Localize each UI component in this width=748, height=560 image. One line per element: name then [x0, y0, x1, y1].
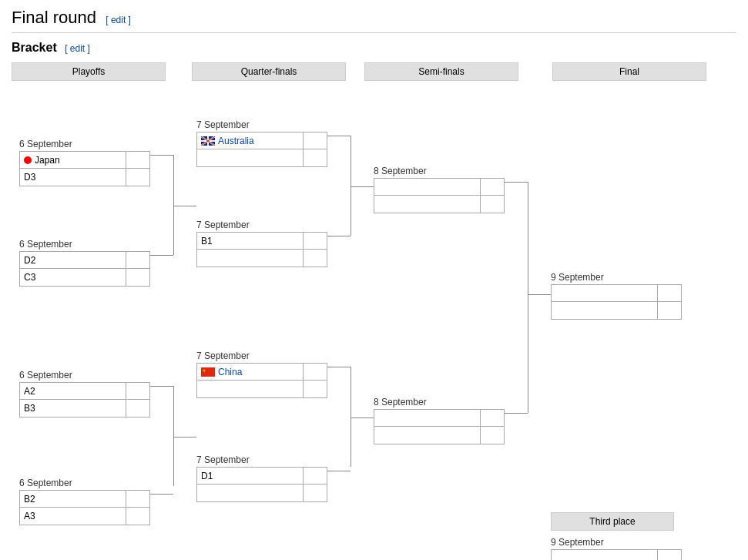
playoff-match-2: 6 September D2 C3 — [19, 239, 150, 287]
qf-match-2: 7 September B1 — [196, 220, 327, 267]
page-title-edit[interactable]: [ edit ] — [106, 15, 131, 25]
bracket-area: 6 September Japan D3 6 September D2 C3 — [12, 96, 743, 560]
australia-flag — [201, 136, 215, 146]
qf-match-4: 7 September D1 — [196, 454, 327, 502]
round-header-playoffs: Playoffs — [12, 62, 166, 81]
svg-rect-7 — [201, 367, 215, 377]
playoff-match-1: 6 September Japan D3 — [19, 139, 150, 186]
final-match: 9 September — [551, 272, 682, 320]
sf-match-2: 8 September — [374, 397, 505, 444]
page-title: Final round [ edit ] — [12, 8, 736, 33]
china-flag — [201, 367, 215, 377]
third-place-match: 9 September — [551, 537, 682, 560]
round-header-final: Final — [552, 62, 706, 81]
third-place-section: Third place — [551, 512, 674, 531]
round-header-semifinals: Semi-finals — [364, 62, 518, 81]
bracket-title: Bracket [ edit ] — [12, 41, 736, 55]
qf-match-1: 7 September Australia — [196, 119, 327, 167]
japan-dot — [24, 156, 32, 164]
round-headers: Playoffs Quarter-finals Semi-finals Fina… — [12, 62, 736, 81]
third-place-label: Third place — [551, 512, 674, 531]
qf-match-3: 7 September China — [196, 350, 327, 398]
round-header-quarterfinals: Quarter-finals — [192, 62, 346, 81]
china-link[interactable]: China — [218, 367, 242, 377]
bracket-edit[interactable]: [ edit ] — [65, 43, 90, 54]
australia-link[interactable]: Australia — [218, 136, 254, 146]
sf-match-1: 8 September — [374, 166, 505, 213]
playoff-match-4: 6 September B2 A3 — [19, 478, 150, 525]
playoff-match-3: 6 September A2 B3 — [19, 370, 150, 417]
